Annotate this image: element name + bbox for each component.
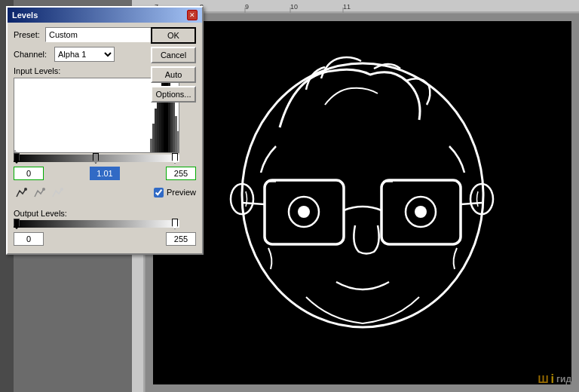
canvas-area: 7 8 9 10 11 6 7 8	[0, 0, 579, 392]
drawing-canvas: Ш i гид	[146, 14, 579, 392]
svg-rect-31	[152, 124, 155, 153]
svg-point-43	[24, 188, 27, 191]
preview-row: Preview	[154, 188, 196, 198]
output-slider-row	[14, 220, 196, 231]
dialog-titlebar: Levels ✕	[8, 8, 202, 23]
preset-label: Preset:	[14, 30, 42, 39]
watermark-text: гид	[556, 374, 571, 384]
cancel-button[interactable]: Cancel	[151, 47, 196, 63]
svg-point-45	[60, 188, 63, 191]
watermark-wifi: Ш	[538, 373, 548, 385]
input-slider-track[interactable]	[14, 155, 179, 162]
svg-text:10: 10	[290, 3, 298, 11]
output-white-handle[interactable]	[172, 219, 178, 229]
input-mid-value[interactable]	[90, 167, 120, 180]
svg-rect-28	[14, 150, 16, 153]
svg-rect-41	[175, 116, 177, 153]
output-black-handle[interactable]	[14, 219, 20, 229]
svg-rect-29	[16, 152, 17, 153]
svg-text:11: 11	[343, 3, 351, 11]
ok-button[interactable]: OK	[151, 27, 196, 44]
svg-rect-40	[173, 101, 175, 153]
input-midtone-handle[interactable]	[93, 153, 99, 164]
svg-rect-30	[150, 139, 152, 153]
input-white-point-handle[interactable]	[172, 153, 178, 164]
eyedropper-row	[14, 185, 65, 200]
svg-point-26	[415, 206, 427, 218]
preview-checkbox[interactable]	[154, 188, 164, 198]
svg-point-44	[42, 188, 45, 191]
output-min-value[interactable]	[14, 232, 44, 246]
preview-label: Preview	[167, 188, 196, 197]
channel-label: Channel:	[14, 50, 51, 59]
drawing-inner	[153, 21, 571, 384]
white-eyedropper-button[interactable]	[50, 185, 65, 200]
options-button[interactable]: Options...	[151, 86, 196, 103]
output-values-row	[14, 232, 196, 246]
input-max-value[interactable]	[166, 167, 196, 180]
output-levels-label: Output Levels:	[14, 209, 196, 218]
input-black-point-handle[interactable]	[14, 153, 20, 164]
close-button[interactable]: ✕	[187, 10, 198, 20]
input-slider-row	[14, 155, 196, 165]
character-illustration	[189, 29, 536, 376]
watermark: Ш i гид	[538, 372, 571, 386]
output-max-value[interactable]	[166, 232, 196, 246]
gray-eyedropper-button[interactable]	[32, 185, 47, 200]
output-slider-track[interactable]	[14, 220, 179, 228]
levels-values-row	[14, 167, 196, 180]
watermark-logo: i	[551, 372, 554, 386]
svg-rect-32	[155, 109, 157, 153]
dialog-buttons: OK Cancel Auto Options...	[151, 27, 196, 103]
channel-select[interactable]: Alpha 1 RGB Red Green Blue	[54, 47, 115, 62]
levels-dialog: Levels ✕ Preset: Custom Default ☰ Channe…	[6, 6, 204, 255]
svg-text:9: 9	[245, 3, 249, 11]
svg-point-24	[298, 206, 310, 218]
auto-button[interactable]: Auto	[151, 66, 196, 83]
black-eyedropper-button[interactable]	[14, 185, 29, 200]
dialog-title: Levels	[12, 11, 38, 20]
svg-rect-42	[177, 131, 179, 153]
input-min-value[interactable]	[14, 167, 44, 180]
